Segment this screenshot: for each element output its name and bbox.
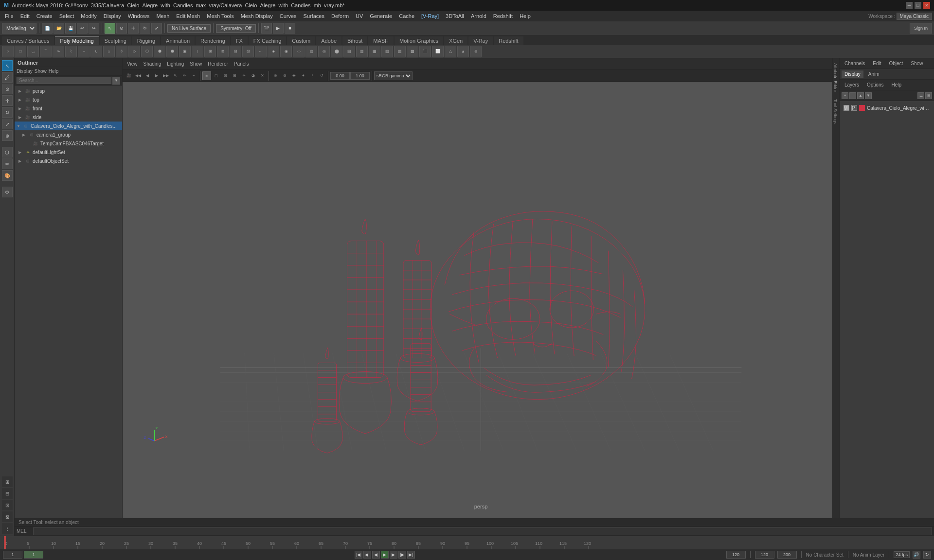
tool-settings-3[interactable]: ⊡: [2, 500, 13, 510]
tab-adobe[interactable]: Adobe: [316, 36, 341, 45]
viewport-canvas[interactable]: X Y Z persp: [123, 70, 839, 524]
shelf-icon-6[interactable]: ⌇: [65, 46, 77, 57]
options-btn[interactable]: Options: [865, 82, 885, 88]
channels-btn[interactable]: Channels: [843, 60, 867, 67]
show-btn[interactable]: Show: [909, 60, 925, 67]
tab-curves-surfaces[interactable]: Curves / Surfaces: [2, 36, 54, 45]
shelf-icon-31[interactable]: ▧: [381, 46, 393, 57]
anim-tab[interactable]: Anim: [865, 70, 882, 78]
vp-icon-select[interactable]: ↖: [171, 71, 180, 80]
tool-settings-5[interactable]: ⋮: [2, 523, 13, 534]
outliner-menu-help[interactable]: Help: [49, 69, 59, 74]
object-btn[interactable]: Object: [887, 60, 905, 67]
vp-icon-prev[interactable]: ◀◀: [134, 71, 143, 80]
shelf-icon-4[interactable]: ⌒: [40, 46, 52, 57]
outliner-item-front[interactable]: ▶ 🎥 front: [15, 104, 122, 113]
move-tool-btn[interactable]: ✛: [128, 23, 139, 34]
tab-poly-modeling[interactable]: Poly Modeling: [55, 36, 98, 45]
outliner-item-calavera[interactable]: ▼ ⊞ Calavera_Cielo_Alegre_with_Candles..…: [15, 122, 122, 130]
tab-rendering[interactable]: Rendering: [196, 36, 230, 45]
outliner-search-input[interactable]: [17, 77, 111, 84]
tab-motion-graphics[interactable]: Motion Graphics: [395, 36, 443, 45]
outliner-item-side[interactable]: ▶ 🎥 side: [15, 113, 122, 122]
stop-render-btn[interactable]: ■: [285, 23, 295, 34]
shelf-icon-16[interactable]: ⋮: [192, 46, 203, 57]
menu-cache[interactable]: Cache: [396, 12, 417, 20]
shelf-icon-30[interactable]: ▦: [369, 46, 380, 57]
menu-arnold[interactable]: Arnold: [468, 12, 489, 20]
outliner-item-camera-group[interactable]: ▶ ⊞ camera1_group: [15, 130, 122, 139]
vp-icon-snap6[interactable]: ↺: [317, 71, 326, 80]
lasso-tool-btn[interactable]: ⊙: [116, 23, 127, 34]
open-btn[interactable]: 📂: [54, 23, 64, 34]
soft-mod-btn[interactable]: ⬡: [2, 147, 13, 158]
tab-xgen[interactable]: XGen: [444, 36, 467, 45]
layer-p-toggle[interactable]: P: [851, 105, 857, 111]
sign-in-btn[interactable]: Sign In: [910, 23, 932, 34]
menu-deform[interactable]: Deform: [328, 12, 352, 20]
grid-view-btn[interactable]: ⊞: [925, 92, 932, 99]
prev-frame-btn[interactable]: ◀: [372, 551, 380, 559]
start-frame-input[interactable]: [3, 551, 22, 559]
go-end-btn[interactable]: ▶|: [407, 551, 415, 559]
shelf-icon-15[interactable]: ▣: [179, 46, 191, 57]
shelf-icon-20[interactable]: ⊡: [242, 46, 254, 57]
lasso-select-btn[interactable]: ⊙: [2, 84, 13, 94]
layers-btn[interactable]: Layers: [843, 82, 861, 88]
shelf-icon-12[interactable]: ⬡: [141, 46, 153, 57]
vp-icon-snap3[interactable]: ✚: [289, 71, 298, 80]
outliner-item-lightset[interactable]: ▶ ☀ defaultLightSet: [15, 148, 122, 157]
vp-icon-next[interactable]: ▶: [152, 71, 161, 80]
menu-curves[interactable]: Curves: [277, 12, 300, 20]
no-live-surface-btn[interactable]: No Live Surface: [167, 24, 211, 33]
shelf-icon-13[interactable]: ⬢: [154, 46, 165, 57]
vp-icon-snap4[interactable]: ✦: [299, 71, 307, 80]
shelf-icon-17[interactable]: ⊞: [204, 46, 216, 57]
vp-icon-texture[interactable]: ⊞: [230, 71, 239, 80]
new-scene-btn[interactable]: 📄: [42, 23, 53, 34]
menu-generate[interactable]: Generate: [367, 12, 395, 20]
attribute-editor-tab[interactable]: Attribute Editor: [834, 60, 839, 95]
outliner-menu-display[interactable]: Display: [17, 69, 33, 74]
shelf-icon-38[interactable]: ⊕: [470, 46, 482, 57]
shelf-icon-18[interactable]: ⊠: [217, 46, 229, 57]
universal-manip-btn[interactable]: ⊛: [2, 130, 13, 141]
undo-btn[interactable]: ↩: [77, 23, 88, 34]
display-tab[interactable]: Display: [842, 70, 863, 78]
shelf-icon-19[interactable]: ⊟: [230, 46, 241, 57]
shelf-icon-26[interactable]: ◎: [318, 46, 330, 57]
shelf-icon-8[interactable]: ∪: [90, 46, 102, 57]
menu-mesh-tools[interactable]: Mesh Tools: [204, 12, 236, 20]
symmetry-btn[interactable]: Symmetry: Off: [216, 24, 256, 33]
menu-uv[interactable]: UV: [353, 12, 366, 20]
vp-icon-light2[interactable]: ☀: [239, 71, 248, 80]
modeling-dropdown[interactable]: Modeling: [2, 23, 36, 34]
vp-icon-wire1[interactable]: ◻: [212, 71, 220, 80]
menu-redshift[interactable]: Redshift: [490, 12, 516, 20]
list-view-btn[interactable]: ☰: [917, 92, 924, 99]
paint-weights-btn[interactable]: 🎨: [2, 170, 13, 181]
rotate-tool-btn[interactable]: ↻: [140, 23, 150, 34]
shelf-icon-21[interactable]: ⋯: [255, 46, 267, 57]
layer-vis-toggle[interactable]: V: [844, 105, 849, 111]
shelf-icon-5[interactable]: ∿: [53, 46, 64, 57]
shelf-icon-37[interactable]: ▲: [457, 46, 469, 57]
vp-menu-shading[interactable]: Shading: [141, 61, 164, 67]
menu-display[interactable]: Display: [101, 12, 124, 20]
menu-file[interactable]: File: [2, 12, 17, 20]
shelf-icon-9[interactable]: ⌂: [103, 46, 115, 57]
shelf-icon-2[interactable]: □: [15, 46, 26, 57]
menu-create[interactable]: Create: [34, 12, 55, 20]
workspace-value[interactable]: Maya Classic: [897, 13, 932, 20]
viewport[interactable]: View Shading Lighting Show Renderer Pane…: [123, 58, 839, 536]
vp-exposure-input[interactable]: [330, 72, 350, 80]
maximize-button[interactable]: □: [915, 2, 921, 9]
shelf-icon-32[interactable]: ▨: [394, 46, 406, 57]
outliner-item-persp[interactable]: ▶ 🎥 persp: [15, 87, 122, 95]
shelf-icon-29[interactable]: ▥: [356, 46, 368, 57]
loop-btn[interactable]: ↻: [923, 551, 931, 559]
remove-layer-btn[interactable]: -: [849, 92, 856, 99]
sound-btn[interactable]: 🔊: [913, 551, 920, 559]
shelf-icon-10[interactable]: ◊: [116, 46, 127, 57]
add-layer-btn[interactable]: +: [842, 92, 848, 99]
